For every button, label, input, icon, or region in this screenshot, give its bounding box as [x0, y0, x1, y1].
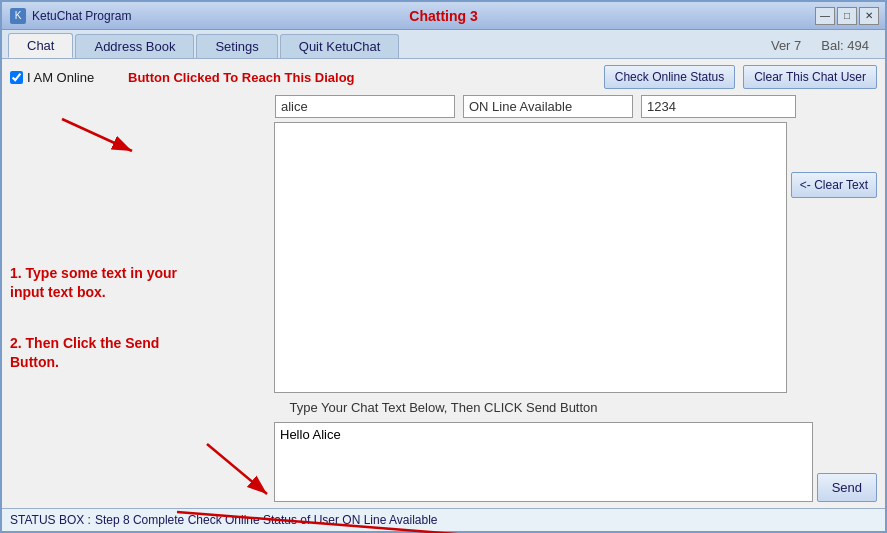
number-input[interactable]	[641, 95, 796, 118]
send-row: Hello Alice Send	[10, 422, 877, 502]
maximize-button[interactable]: □	[837, 7, 857, 25]
tab-bar: Chat Address Book Setings Quit KetuChat …	[2, 30, 885, 59]
check-status-button[interactable]: Check Online Status	[604, 65, 735, 89]
app-icon: K	[10, 8, 26, 24]
tab-settings[interactable]: Setings	[196, 34, 277, 58]
tab-chat[interactable]: Chat	[8, 33, 73, 58]
status-text: Step 8 Complete Check Online Status of U…	[95, 513, 438, 527]
chat-display-area: 1. Type some text in yourinput text box.…	[10, 122, 877, 393]
step1-annotation: 1. Type some text in yourinput text box.	[10, 264, 210, 303]
tab-address-book[interactable]: Address Book	[75, 34, 194, 58]
main-window: K KetuChat Program Chatting 3 — □ ✕ Chat…	[0, 0, 887, 533]
online-checkbox[interactable]	[10, 71, 23, 84]
status-label: STATUS BOX :	[10, 513, 91, 527]
user-info-row	[275, 95, 877, 118]
status-input[interactable]	[463, 95, 633, 118]
main-content: I AM Online Button Clicked To Reach This…	[2, 59, 885, 508]
app-title: KetuChat Program	[32, 9, 131, 23]
username-input[interactable]	[275, 95, 455, 118]
window-controls: — □ ✕	[815, 7, 879, 25]
minimize-button[interactable]: —	[815, 7, 835, 25]
chat-input[interactable]: Hello Alice	[274, 422, 813, 502]
title-bar: K KetuChat Program Chatting 3 — □ ✕	[2, 2, 885, 30]
step1-text: 1. Type some text in yourinput text box.	[10, 265, 177, 301]
left-panel: 1. Type some text in yourinput text box.…	[10, 122, 270, 393]
chat-display[interactable]	[274, 122, 787, 393]
step2-annotation: 2. Then Click the SendButton.	[10, 334, 210, 373]
balance-label: Bal: 494	[811, 34, 879, 57]
status-bar: STATUS BOX : Step 8 Complete Check Onlin…	[2, 508, 885, 531]
close-button[interactable]: ✕	[859, 7, 879, 25]
version-label: Ver 7	[761, 34, 811, 57]
annotation-text: Button Clicked To Reach This Dialog	[128, 70, 596, 85]
clear-text-sidebar: <- Clear Text	[791, 122, 877, 393]
step2-text: 2. Then Click the SendButton.	[10, 335, 159, 371]
clear-text-button[interactable]: <- Clear Text	[791, 172, 877, 198]
online-checkbox-label[interactable]: I AM Online	[10, 70, 120, 85]
send-area-label: Type Your Chat Text Below, Then CLICK Se…	[10, 397, 877, 418]
window-title-center: Chatting 3	[409, 8, 477, 24]
send-button[interactable]: Send	[817, 473, 877, 502]
toolbar-row: I AM Online Button Clicked To Reach This…	[10, 65, 877, 89]
chat-right-panel	[274, 122, 787, 393]
clear-user-button[interactable]: Clear This Chat User	[743, 65, 877, 89]
tab-quit[interactable]: Quit KetuChat	[280, 34, 400, 58]
